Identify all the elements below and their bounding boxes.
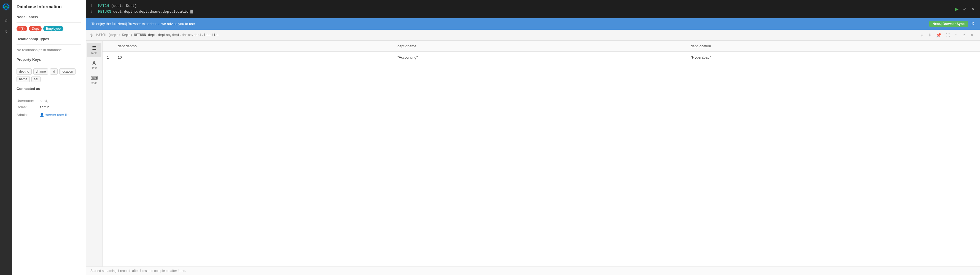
admin-label: Admin: [16, 112, 38, 118]
row-1-deptno: 10 [113, 52, 393, 63]
prop-deptno[interactable]: deptno [16, 68, 32, 74]
line-num-2: 2 [91, 9, 95, 15]
query-match-params: (dept: Dept) [111, 4, 137, 8]
toolbar-actions: ☆ ⬇ 📌 ⛶ ⌃ ↺ ✕ [918, 32, 975, 39]
prop-dname[interactable]: dname [33, 68, 48, 74]
prop-name[interactable]: name [16, 76, 30, 82]
query-line-1: 1 MATCH (dept: Dept) [91, 3, 975, 9]
keyword-return: RETURN [98, 9, 111, 14]
row-1-num: 1 [102, 52, 113, 63]
view-code[interactable]: ⌨ Code [87, 73, 102, 87]
connected-heading: Connected as [16, 87, 81, 91]
notification-text: To enjoy the full Neo4j Browser experien… [92, 22, 926, 26]
sidebar-icon-help[interactable]: ? [1, 27, 11, 37]
notification-banner: To enjoy the full Neo4j Browser experien… [86, 18, 980, 30]
query-line-2-content: RETURN dept.deptno,dept.dname,dept.locat… [98, 9, 192, 15]
run-query-button[interactable]: ▶ [953, 5, 959, 13]
main-content: 1 MATCH (dept: Dept) 2 RETURN dept.deptn… [86, 0, 980, 275]
roles-label: Roles: [16, 104, 38, 110]
refresh-button[interactable]: ↺ [961, 32, 967, 39]
results-query-display: MATCH (dept: Dept) RETURN dept.deptno,de… [97, 33, 916, 37]
username-row: Username: neo4j [16, 98, 81, 104]
no-relationships-text: No relationships in database [16, 48, 81, 52]
notification-close-button[interactable]: X [971, 21, 975, 27]
row-1-location: "Hyderabad" [686, 52, 980, 63]
username-label: Username: [16, 98, 38, 104]
download-button[interactable]: ⬇ [926, 32, 934, 39]
col-row-num [102, 41, 113, 52]
sidebar-icon-star[interactable]: ☆ [1, 16, 11, 25]
dollar-sign: $ [91, 33, 92, 37]
node-labels-heading: Node Labels [16, 15, 81, 19]
prop-id[interactable]: id [50, 68, 57, 74]
keyword-match: MATCH [98, 4, 109, 8]
results-panel: $ MATCH (dept: Dept) RETURN dept.deptno,… [86, 30, 980, 275]
app-logo[interactable] [2, 2, 11, 11]
node-labels-list: *(3) Dept Employee [16, 26, 81, 32]
code-icon: ⌨ [91, 75, 98, 81]
table-view: dept.deptno dept.dname dept.location 1 1… [102, 41, 980, 267]
admin-icon: 👤 [40, 112, 44, 118]
scroll-up-button[interactable]: ⌃ [953, 32, 959, 39]
query-editor: 1 MATCH (dept: Dept) 2 RETURN dept.deptn… [86, 0, 980, 18]
status-bar: Started streaming 1 records after 1 ms a… [86, 267, 980, 275]
icon-bar: ☆ ? [0, 0, 12, 275]
favorite-button[interactable]: ☆ [918, 32, 926, 39]
results-body: ☰ Table A Text ⌨ Code [86, 41, 980, 267]
fullscreen-button[interactable]: ⛶ [944, 32, 951, 38]
query-line-2: 2 RETURN dept.deptno,dept.dname,dept.loc… [91, 9, 975, 15]
code-label: Code [91, 82, 97, 85]
results-table: dept.deptno dept.dname dept.location 1 1… [102, 41, 980, 63]
text-label: Text [92, 66, 97, 70]
view-selector: ☰ Table A Text ⌨ Code [86, 41, 102, 267]
query-line-1-content: MATCH (dept: Dept) [98, 3, 137, 9]
line-num-1: 1 [91, 3, 95, 9]
roles-value: admin [40, 105, 49, 109]
badge-employee[interactable]: Employee [43, 26, 64, 32]
admin-row: Admin: 👤 :server user list [16, 112, 81, 118]
sidebar-title: Database Information [16, 5, 81, 9]
col-location: dept.location [686, 41, 980, 52]
cursor [191, 9, 192, 13]
roles-row: Roles: admin [16, 104, 81, 110]
divider-3 [16, 65, 81, 65]
connected-info: Username: neo4j Roles: admin Admin: 👤 :s… [16, 98, 81, 118]
admin-link[interactable]: :server user list [45, 112, 70, 118]
table-icon: ☰ [92, 45, 97, 51]
query-actions: ▶ ⤢ ✕ [953, 5, 975, 13]
badge-all-count[interactable]: *(3) [16, 26, 27, 32]
status-text: Started streaming 1 records after 1 ms a… [91, 269, 186, 273]
neo4j-sync-button[interactable]: Neo4j Browser Sync [929, 21, 968, 27]
badge-dept[interactable]: Dept [29, 26, 41, 32]
property-keys-heading: Property Keys [16, 57, 81, 62]
prop-location[interactable]: location [59, 68, 75, 74]
col-dname: dept.dname [393, 41, 686, 52]
results-toolbar: $ MATCH (dept: Dept) RETURN dept.deptno,… [86, 30, 980, 41]
table-row: 1 10 "Accounting" "Hyderabad" [102, 52, 980, 63]
row-1-dname: "Accounting" [393, 52, 686, 63]
pin-button[interactable]: 📌 [934, 32, 943, 39]
username-value: neo4j [40, 99, 48, 103]
table-label: Table [91, 52, 97, 55]
view-text[interactable]: A Text [87, 58, 102, 72]
relationship-types-heading: Relationship Types [16, 37, 81, 41]
text-icon: A [92, 60, 96, 66]
col-deptno: dept.deptno [113, 41, 393, 52]
view-table[interactable]: ☰ Table [87, 43, 102, 57]
sidebar: Database Information Node Labels *(3) De… [12, 0, 86, 275]
property-keys-list: deptno dname id location name sal [16, 68, 81, 82]
close-results-button[interactable]: ✕ [969, 32, 975, 39]
table-header-row: dept.deptno dept.dname dept.location [102, 41, 980, 52]
prop-sal[interactable]: sal [32, 76, 40, 82]
query-return-fields: dept.deptno,dept.dname,dept.location [113, 9, 191, 14]
connected-section: Connected as Username: neo4j Roles: admi… [16, 87, 81, 118]
close-editor-button[interactable]: ✕ [970, 5, 975, 13]
expand-editor-button[interactable]: ⤢ [962, 5, 967, 13]
